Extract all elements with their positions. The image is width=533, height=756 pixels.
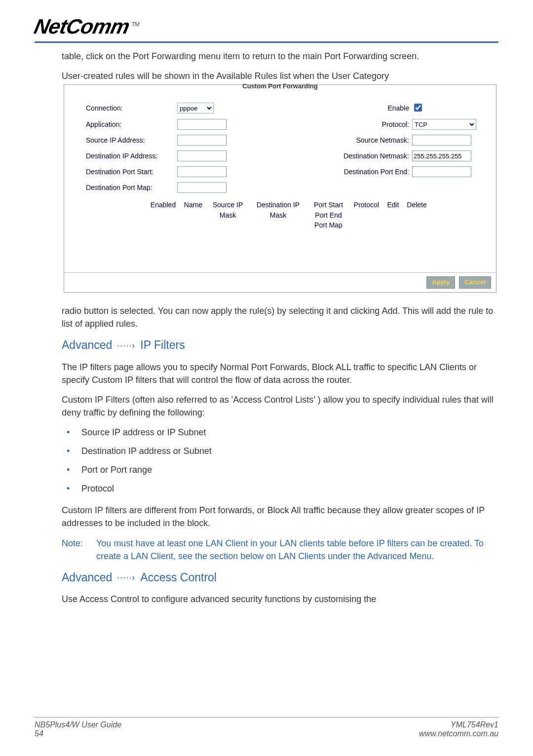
custom-port-forwarding-screenshot: Custom Port Forwarding Connection: pppoe… [64,84,496,293]
arrow-icon: ·····› [117,571,135,584]
connection-label: Connection: [86,103,177,113]
logo: NetCommTM [32,15,141,38]
logo-text: NetComm [32,15,131,38]
dest-port-map-input[interactable] [177,182,227,193]
dest-ip-input[interactable] [177,151,227,161]
col-src: Source IP Mask [208,200,248,230]
footer-right-2: www.netcomm.com.au [419,729,498,738]
col-name: Name [182,200,205,230]
source-netmask-label: Source Netmask: [236,135,412,145]
protocol-select[interactable]: TCP [412,119,476,130]
footer-right-1: YML754Rev1 [419,720,498,729]
dest-netmask-label: Destination Netmask: [236,151,412,161]
logo-tm: TM [131,21,140,28]
source-ip-input[interactable] [177,135,227,146]
footer-left-1: NB5Plus4/W User Guide [35,720,121,729]
apply-button[interactable]: Apply [426,276,455,289]
after-screenshot-paragraph: radio button is selected. You can now ap… [62,304,498,330]
page-footer: NB5Plus4/W User Guide 54 YML754Rev1 www.… [35,717,498,738]
list-item: Protocol [62,482,498,495]
enable-checkbox[interactable] [414,104,422,112]
note-label: Note: [62,537,96,563]
section-title: Access Control [140,569,217,586]
list-item: Source IP address or IP Subnet [62,426,498,439]
enable-label: Enable [236,103,412,113]
dest-port-start-label: Destination Port Start: [86,167,177,177]
access-control-paragraph: Use Access Control to configure advanced… [62,593,498,605]
header-rule [35,41,498,43]
application-label: Application: [86,119,177,129]
application-input[interactable] [177,119,227,130]
section-prefix: Advanced [62,337,112,353]
screenshot-title: Custom Port Forwarding [64,82,496,102]
note-block: Note: You must have at least one LAN Cli… [62,537,498,563]
list-item: Destination IP address or Subnet [62,445,498,457]
dest-port-start-input[interactable] [177,166,227,177]
note-text: You must have at least one LAN Client in… [96,537,498,563]
ip-bullet-list: Source IP address or IP Subnet Destinati… [62,426,498,495]
ip-paragraph-1: The IP filters page allows you to specif… [62,361,498,386]
ip-paragraph-2: Custom IP Filters (often also referred t… [62,393,498,419]
col-delete: Delete [405,200,429,230]
intro-paragraph-2: User-created rules will be shown in the … [62,70,498,82]
source-netmask-input[interactable] [412,135,471,146]
section-heading-access-control: Advanced ·····› Access Control [62,569,498,586]
connection-select[interactable]: pppoe [177,103,214,113]
protocol-label: Protocol: [236,119,412,129]
rules-table-header: Enabled Name Source IP Mask Destination … [111,198,466,230]
dest-port-end-label: Destination Port End: [236,167,412,177]
section-prefix: Advanced [62,569,112,586]
ip-paragraph-3: Custom IP filters are different from Por… [62,504,498,529]
dest-port-end-input[interactable] [412,166,471,177]
source-ip-label: Source IP Address: [86,135,177,145]
section-heading-ip-filters: Advanced ·····› IP Filters [62,337,498,353]
footer-left-2: 54 [35,729,121,738]
col-edit: Edit [385,200,402,230]
col-protocol: Protocol [351,200,382,230]
list-item: Port or Port range [62,463,498,476]
arrow-icon: ·····› [117,339,135,352]
col-port: Port Start Port End Port Map [309,200,348,230]
col-dst: Destination IP Mask [251,200,306,230]
dest-netmask-input[interactable] [412,151,471,161]
cancel-button[interactable]: Cancel [459,276,491,289]
dest-ip-label: Destination IP Address: [86,151,177,161]
section-title: IP Filters [140,337,185,353]
intro-paragraph-1: table, click on the Port Forwarding menu… [62,50,498,63]
dest-port-map-label: Destination Port Map: [86,183,177,192]
col-enabled: Enabled [148,200,179,230]
